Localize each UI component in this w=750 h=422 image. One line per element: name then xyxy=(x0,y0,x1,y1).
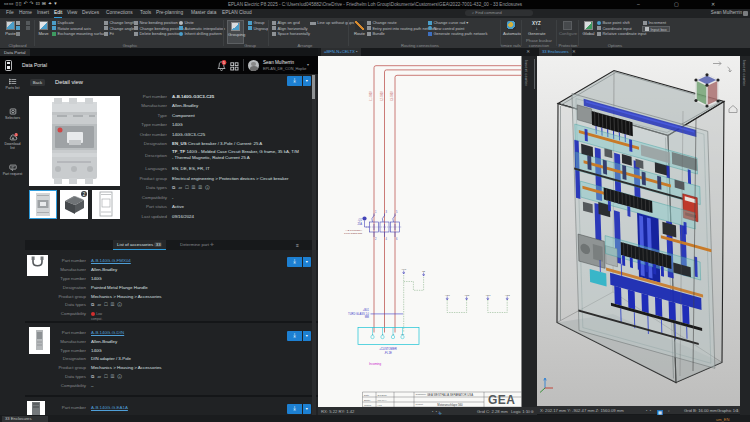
svg-text:Editor: Editor xyxy=(364,398,370,401)
svg-text:-FL1E: -FL1E xyxy=(384,350,392,354)
svg-text:Motoranschlape 560: Motoranschlape 560 xyxy=(437,402,463,406)
svg-text:L2 400V: L2 400V xyxy=(380,90,384,100)
svg-text:Incoming: Incoming xyxy=(369,362,382,366)
svg-text:25A: 25A xyxy=(357,221,362,225)
svg-text:+B01: +B01 xyxy=(363,308,370,312)
svg-text:2/1/2024: 2/1/2024 xyxy=(378,393,388,396)
svg-text:-X2:2: -X2:2 xyxy=(464,293,470,295)
svg-text:Customer: Customer xyxy=(416,393,427,396)
svg-text:GEA: GEA xyxy=(488,393,516,407)
svg-text:-Q1: -Q1 xyxy=(358,218,363,222)
svg-text:-X3:1: -X3:1 xyxy=(485,293,491,295)
svg-text:TURD GLASS 1.0: TURD GLASS 1.0 xyxy=(348,311,369,315)
svg-text:140G-G3C3-C25: 140G-G3C3-C25 xyxy=(344,231,363,234)
svg-text:-X1:1: -X1:1 xyxy=(401,267,407,269)
svg-text:MU.PHA: MU.PHA xyxy=(378,398,388,401)
svg-text:Project: Project xyxy=(416,403,424,406)
svg-text:L1 400V: L1 400V xyxy=(369,90,373,100)
svg-text:Date: Date xyxy=(364,393,370,396)
svg-text:5: 5 xyxy=(223,61,225,65)
svg-text:-X2:1: -X2:1 xyxy=(445,293,451,295)
svg-text:Hluf: Hluf xyxy=(378,403,383,406)
svg-text:GEA WESTFALIA SEPARATOR USA: GEA WESTFALIA SEPARATOR USA xyxy=(427,393,473,397)
svg-text:L3 400V: L3 400V xyxy=(390,90,394,100)
svg-text:Tested: Tested xyxy=(364,403,372,406)
svg-text:-X3:2: -X3:2 xyxy=(505,293,511,295)
svg-text:MM: MM xyxy=(365,315,369,319)
